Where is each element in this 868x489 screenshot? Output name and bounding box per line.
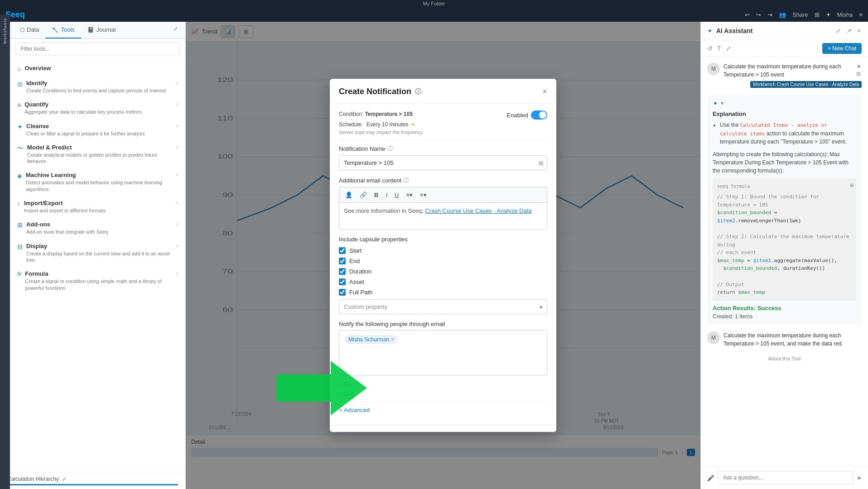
ai-chat-input[interactable]	[718, 471, 853, 484]
expand-sidebar-btn[interactable]: ⤢	[169, 22, 182, 38]
cleanse-arrow: ›	[176, 123, 178, 129]
calculation-hierarchy-link[interactable]: Calculation Hierarchy ⤢	[0, 472, 185, 489]
schedule-edit-btn[interactable]: ✏	[411, 121, 415, 128]
editor-italic-btn[interactable]: I	[383, 190, 390, 200]
about-tool-link[interactable]: About this Tool	[768, 356, 801, 361]
checkbox-end-input[interactable]	[339, 258, 346, 264]
ai-history-btn[interactable]: ↺	[707, 45, 713, 52]
breadcrumb: My Folder	[0, 0, 868, 7]
quantify-arrow: ›	[176, 101, 178, 107]
new-chat-button[interactable]: + New Chat	[822, 43, 862, 54]
notification-name-input[interactable]	[339, 155, 547, 170]
capsule-section-label: Include capsule properties	[339, 236, 547, 243]
sidebar-item-importexport[interactable]: ↑ Import/Export Import and export in dif…	[10, 196, 185, 217]
editor-content-area[interactable]: See more information in Seeq: Crash Cour…	[339, 202, 547, 230]
undo-icon[interactable]: ↩	[745, 11, 750, 18]
sidebar-item-ml[interactable]: ◈ Machine Learning Detect anomalies and …	[10, 168, 185, 196]
explanation-bullet: Use the Calculated Items - analyze or ca…	[720, 121, 856, 146]
code-block: seeq formula ⊞ // Step 1: Bound the cond…	[713, 178, 856, 301]
chat-user-row: M Calculate the maximum temperature duri…	[707, 62, 862, 79]
email-tag-misha: Misha Schurman ×	[345, 335, 398, 344]
user-label: Misha	[837, 11, 853, 18]
filter-tools-input[interactable]	[15, 43, 180, 55]
worksheets-label: Worksheets	[3, 22, 7, 44]
sidebar-item-addons[interactable]: ⊞ Add-ons Add-on tools that integrate wi…	[10, 217, 185, 239]
modal-close-btn[interactable]: ×	[542, 87, 547, 96]
chat-query-text: Calculate the maximum temperature during…	[723, 62, 853, 79]
name-input-btn[interactable]: ⊞	[539, 159, 544, 166]
forward-icon[interactable]: ⇥	[767, 11, 772, 18]
ai-send-btn[interactable]: ➤	[857, 475, 862, 481]
sidebar-item-overview[interactable]: ⌂ Overview	[10, 61, 185, 76]
advanced-link[interactable]: + Advanced	[339, 407, 547, 413]
chat-copy-btn[interactable]: ⊞	[856, 71, 862, 77]
tab-data[interactable]: ⬡ Data	[14, 22, 45, 38]
users-icon[interactable]: 👥	[779, 11, 786, 18]
tab-journal[interactable]: 📓 Journal	[81, 22, 122, 38]
capsule-properties-group: Include capsule properties Start End	[339, 236, 547, 314]
sidebar-item-display[interactable]: ⊟ Display Create a display based on the …	[10, 239, 185, 267]
close-ai-btn[interactable]: ×	[856, 26, 862, 35]
ai-microphone-btn[interactable]: 🎤	[707, 475, 714, 481]
ai-panel-header: ✦ AI Assistant ⤢ ↗ ×	[701, 22, 868, 40]
ai-format-btn[interactable]: T	[717, 45, 721, 52]
external-ai-btn[interactable]: ↗	[845, 26, 853, 35]
bcc-link[interactable]: + Bcc	[339, 390, 547, 397]
ai-share-btn[interactable]: ⤢	[726, 45, 731, 52]
server-note: Server load may impact the frequency	[339, 129, 547, 135]
modal-info-icon: ⓘ	[415, 88, 421, 96]
editor-list-unordered-btn[interactable]: ≡▾	[418, 190, 429, 200]
sidebar-item-model[interactable]: 〜 Model & Predict Create analytical mode…	[10, 140, 185, 168]
chat-expand-btn[interactable]: ▲	[856, 62, 862, 69]
modal-overlay: Create Notification ⓘ × Condition:	[186, 22, 700, 489]
sidebar-item-formula[interactable]: fx Formula Create a signal or condition …	[10, 267, 185, 295]
sidebar-item-identify[interactable]: ◎ Identify Create Conditions to find eve…	[10, 76, 185, 97]
ai-assistant-panel: ✦ AI Assistant ⤢ ↗ × ↺ T ⤢ + New Chat	[700, 22, 868, 489]
menu-icon[interactable]: ≡	[859, 11, 863, 18]
checkbox-duration-input[interactable]	[339, 268, 346, 275]
magic-icon[interactable]: ✦	[826, 11, 831, 18]
notification-name-label: Notification Name ⓘ	[339, 145, 547, 153]
redo-icon[interactable]: ↪	[756, 11, 761, 18]
editor-underline-btn[interactable]: U	[392, 190, 401, 200]
ai-response-chevron[interactable]: ▾	[721, 100, 723, 106]
expand-ai-btn[interactable]: ⤢	[834, 26, 842, 35]
addons-icon: ⊞	[17, 221, 23, 229]
app-container: My Folder Seeq ↩ ↪ ⇥ 👥 Share ⊞ ✦ Misha ≡…	[0, 0, 868, 489]
editor-person-btn[interactable]: 👤	[343, 190, 355, 200]
enabled-toggle[interactable]: Enabled	[506, 110, 547, 120]
editor-bold-btn[interactable]: B	[372, 190, 381, 200]
email-content-label: Additional email content ⓘ	[339, 177, 547, 184]
toggle-switch[interactable]	[531, 110, 547, 120]
share-button[interactable]: Share	[792, 11, 808, 18]
action-results-label: Action Results: Success	[713, 305, 856, 312]
top-toolbar: Seeq ↩ ↪ ⇥ 👥 Share ⊞ ✦ Misha ≡	[0, 7, 868, 22]
remove-recipient-btn[interactable]: ×	[391, 336, 394, 343]
cc-link[interactable]: + Cc	[339, 381, 547, 388]
create-notification-modal: Create Notification ⓘ × Condition:	[330, 79, 556, 432]
importexport-arrow: ›	[176, 200, 178, 206]
checkbox-start-input[interactable]	[339, 247, 346, 254]
ai-header-actions: ⤢ ↗ ×	[834, 26, 862, 35]
email-tags-input[interactable]: Misha Schurman ×	[339, 330, 547, 375]
model-icon: 〜	[17, 144, 24, 153]
editor-list-ordered-btn[interactable]: ≡▾	[404, 190, 415, 200]
user-avatar: M	[707, 62, 720, 75]
sidebar-item-quantify[interactable]: ≡ Quantify Aggregate your data to calcul…	[10, 97, 185, 119]
layout-icon[interactable]: ⊞	[815, 11, 820, 18]
copy-code-btn[interactable]: ⊞	[850, 181, 854, 190]
ai-footer: 🎤 ➤	[701, 466, 868, 489]
editor-link-text[interactable]: Crash Course Use Cases - Analyze Data	[425, 207, 532, 214]
tab-tools[interactable]: 🔧 Tools	[45, 22, 81, 38]
editor-link-btn[interactable]: 🔗	[357, 190, 369, 200]
ml-icon: ◈	[17, 172, 22, 179]
checkbox-fullpath-input[interactable]	[339, 289, 346, 296]
importexport-icon: ↑	[17, 200, 20, 207]
chat-message-2: M Calculate the maximum temperature duri…	[707, 331, 862, 348]
display-icon: ⊟	[17, 243, 23, 250]
explanation-title: Explanation	[713, 110, 856, 117]
checkbox-asset-input[interactable]	[339, 278, 346, 285]
custom-property-select[interactable]: Custom property	[339, 299, 547, 314]
sidebar-item-cleanse[interactable]: ✦ Cleanse Clean or filter a signal to pr…	[10, 119, 185, 140]
ai-panel-title: AI Assistant	[716, 27, 831, 34]
